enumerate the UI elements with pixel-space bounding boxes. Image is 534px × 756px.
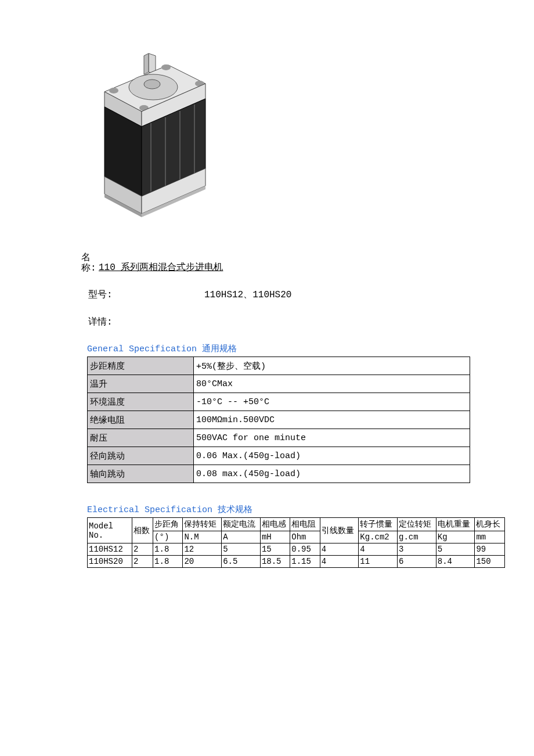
col-unit: Kg [436,531,475,543]
general-spec-title-cn: 通用规格 [202,344,237,353]
spec-value: 0.08 max.(450g-load) [194,465,470,483]
cell-value: 11 [359,556,398,568]
model-label: 型号: [88,289,204,301]
cell-value: 2 [132,543,153,556]
cell-value: 15 [260,543,290,556]
general-spec-title: General Specification 通用规格 [87,343,464,354]
spec-value: 80°CMax [194,375,470,393]
col-unit: mm [475,531,505,543]
cell-value: 150 [475,556,505,568]
model-value: 110HS12、110HS20 [204,289,291,301]
product-image [81,52,464,229]
svg-point-4 [144,80,160,89]
general-spec-table: 步距精度+5%(整步、空载)温升80°CMax环境温度-10°C -- +50°… [87,357,470,483]
cell-value: 1.8 [153,543,183,556]
spec-value: 0.06 Max.(450g-load) [194,447,470,465]
col-unit: g.cm [398,531,436,543]
header-row-labels: Model No.相数步距角保持转矩额定电流相电感相电阻引线数量转子惯量定位转矩… [88,518,505,531]
cell-value: 5 [222,543,261,556]
details-row: 详情: [88,316,464,328]
table-row: 温升80°CMax [88,375,470,393]
cell-value: 0.95 [290,543,320,556]
cell-value: 1.8 [153,556,183,568]
col-unit: N.M [183,531,222,543]
stepper-motor-icon [81,52,215,229]
cell-value: 5 [436,543,475,556]
col-unit: Ohm [290,531,320,543]
electrical-spec-table: Model No.相数步距角保持转矩额定电流相电感相电阻引线数量转子惯量定位转矩… [87,517,505,568]
svg-marker-1 [144,53,149,74]
cell-value: 1.15 [290,556,320,568]
cell-value: 2 [132,556,153,568]
cell-value: 99 [475,543,505,556]
table-row: 环境温度-10°C -- +50°C [88,393,470,411]
svg-point-5 [109,88,118,93]
col-unit: mH [260,531,290,543]
table-row: 耐压500VAC for one minute [88,429,470,447]
table-row: 绝缘电阻100MΩmin.500VDC [88,411,470,429]
cell-value: 12 [183,543,222,556]
table-row: 步距精度+5%(整步、空载) [88,357,470,375]
electrical-spec-title-cn: 技术规格 [218,505,252,514]
cell-value: 4 [320,543,359,556]
general-spec-body: 步距精度+5%(整步、空载)温升80°CMax环境温度-10°C -- +50°… [88,357,470,483]
cell-value: 4 [320,556,359,568]
spec-value: +5%(整步、空载) [194,357,470,375]
col-header: 转子惯量 [359,518,398,531]
spec-label: 步距精度 [88,357,194,375]
cell-value: 4 [359,543,398,556]
spec-label: 环境温度 [88,393,194,411]
spec-label: 径向跳动 [88,447,194,465]
col-header: 引线数量 [320,518,359,543]
col-unit: Kg.cm2 [359,531,398,543]
spec-label: 温升 [88,375,194,393]
cell-model: 110HS20 [88,556,132,568]
col-header: 相电阻 [290,518,320,531]
cell-value: 6 [398,556,436,568]
electrical-spec-title: Electrical Specification 技术规格 [87,504,464,515]
spec-label: 轴向跳动 [88,465,194,483]
cell-value: 6.5 [222,556,261,568]
col-header: 相数 [132,518,153,543]
table-row: 径向跳动0.06 Max.(450g-load) [88,447,470,465]
spec-label: 绝缘电阻 [88,411,194,429]
svg-point-6 [161,64,171,70]
cell-value: 3 [398,543,436,556]
col-header: 额定电流 [222,518,261,531]
col-header: 定位转矩 [398,518,436,531]
cell-model: 110HS12 [88,543,132,556]
name-label: 名称: [81,253,99,273]
spec-value: 500VAC for one minute [194,429,470,447]
electrical-spec-head: Model No.相数步距角保持转矩额定电流相电感相电阻引线数量转子惯量定位转矩… [88,518,505,543]
table-row: 110HS1221.8125150.95443599 [88,543,505,556]
col-header: 机身长 [475,518,505,531]
product-name: 110 系列两相混合式步进电机 [99,261,223,273]
spec-value: 100MΩmin.500VDC [194,411,470,429]
cell-value: 20 [183,556,222,568]
general-spec-title-en: General Specification [87,344,197,354]
col-unit: (°) [153,531,183,543]
col-model: Model No. [88,518,132,543]
table-row: 110HS2021.8206.518.51.1541168.4150 [88,556,505,568]
spec-label: 耐压 [88,429,194,447]
table-row: 轴向跳动0.08 max.(450g-load) [88,465,470,483]
col-header: 步距角 [153,518,183,531]
electrical-spec-title-en: Electrical Specification [87,505,212,515]
col-header: 保持转矩 [183,518,222,531]
model-row: 型号: 110HS12、110HS20 [88,289,464,301]
spec-value: -10°C -- +50°C [194,393,470,411]
electrical-spec-body: 110HS1221.8125150.95443599110HS2021.8206… [88,543,505,568]
cell-value: 8.4 [436,556,475,568]
cell-value: 18.5 [260,556,290,568]
details-label: 详情: [88,316,204,328]
page: 名称: 110 系列两相混合式步进电机 型号: 110HS12、110HS20 … [0,0,534,756]
name-row: 名称: 110 系列两相混合式步进电机 [81,253,464,273]
col-header: 相电感 [260,518,290,531]
col-unit: A [222,531,261,543]
col-header: 电机重量 [436,518,475,531]
